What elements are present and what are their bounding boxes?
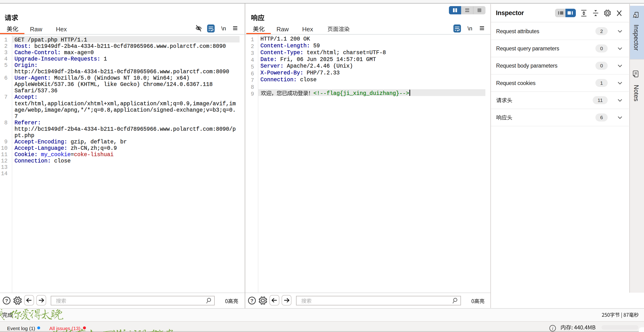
svg-text:All issues (13): All issues (13)	[49, 326, 80, 331]
svg-text:11: 11	[598, 98, 603, 103]
svg-text:text/html,application/xhtml+xm: text/html,application/xhtml+xml,applicat…	[15, 101, 236, 107]
svg-text:6: 6	[4, 75, 8, 81]
svg-text:1: 1	[600, 80, 603, 86]
svg-text:14: 14	[1, 171, 8, 177]
svg-text:0: 0	[600, 63, 603, 68]
svg-text:1: 1	[251, 37, 254, 43]
svg-text:3: 3	[251, 50, 254, 56]
svg-text:http://bc1949df-2b4a-4334-b211: http://bc1949df-2b4a-4334-b211-0cfd78965…	[15, 126, 236, 132]
svg-text:Hex: Hex	[302, 26, 313, 33]
svg-text:HTTP/1.1 200 OK: HTTP/1.1 200 OK	[260, 36, 310, 42]
svg-text:7: 7	[15, 114, 18, 120]
svg-text:Content-Length: 59: Content-Length: 59	[260, 43, 320, 49]
svg-text:Raw: Raw	[276, 26, 289, 33]
svg-text:6: 6	[251, 71, 254, 77]
svg-text:Request body parameters: Request body parameters	[496, 63, 558, 69]
svg-text:13: 13	[1, 164, 8, 170]
svg-text:Notes: Notes	[633, 85, 640, 102]
svg-text:X-Powered-By: PHP/7.2.33: X-Powered-By: PHP/7.2.33	[260, 70, 340, 76]
svg-text:1: 1	[4, 37, 8, 43]
svg-text:pt.php: pt.php	[15, 133, 34, 139]
svg-text:Host: bc1949df-2b4a-4334-b211-: Host: bc1949df-2b4a-4334-b211-0cfd789659…	[15, 43, 226, 49]
svg-text:Server: Apache/2.4.46 (Unix): Server: Apache/2.4.46 (Unix)	[260, 63, 353, 69]
svg-text:?: ?	[250, 298, 254, 303]
svg-text:Hex: Hex	[56, 26, 67, 33]
svg-text:Request attributes: Request attributes	[496, 28, 539, 34]
svg-text:?: ?	[5, 298, 8, 303]
svg-text:Connection: close: Connection: close	[15, 158, 71, 164]
svg-text:Cache-Control: max-age=0: Cache-Control: max-age=0	[15, 50, 94, 56]
svg-text:Cookie: my_cookie=coke-lishuai: Cookie: my_cookie=coke-lishuai	[15, 152, 114, 158]
svg-text:4: 4	[251, 57, 254, 63]
svg-text:7: 7	[4, 94, 8, 100]
svg-text:9: 9	[4, 139, 8, 145]
svg-text:Request cookies: Request cookies	[496, 80, 536, 86]
svg-text:Inspector: Inspector	[496, 9, 524, 16]
svg-text:4: 4	[4, 56, 8, 62]
svg-text:3: 3	[4, 50, 8, 56]
svg-text:Upgrade-Insecure-Requests: 1: Upgrade-Insecure-Requests: 1	[15, 56, 107, 62]
svg-text:\n: \n	[221, 25, 226, 31]
svg-text:Safari/537.36: Safari/537.36	[15, 88, 58, 94]
svg-text:GET /ppat.php HTTP/1.1: GET /ppat.php HTTP/1.1	[15, 37, 87, 43]
svg-text:AppleWebKit/537.36 (KHTML, lik: AppleWebKit/537.36 (KHTML, like Gecko) C…	[15, 81, 213, 88]
svg-text:7: 7	[251, 77, 254, 84]
svg-text:2: 2	[4, 43, 8, 49]
svg-text:User-Agent: Mozilla/5.0 (Windo: User-Agent: Mozilla/5.0 (Windows NT 10.0…	[15, 75, 190, 81]
svg-text:i: i	[552, 326, 553, 331]
svg-text:Origin:: Origin:	[15, 62, 38, 68]
svg-text:Date: Fri, 06 Jun 2025 14:57:0: Date: Fri, 06 Jun 2025 14:57:01 GMT	[260, 56, 376, 63]
svg-text:<!--flag{ji_xing_duizhang}-->: <!--flag{ji_xing_duizhang}-->	[314, 90, 409, 97]
svg-text:Connection: close: Connection: close	[260, 77, 316, 83]
svg-text:Accept-Language: zh-CN,zh;q=0.: Accept-Language: zh-CN,zh;q=0.9	[15, 145, 117, 152]
svg-text:0: 0	[600, 46, 603, 51]
svg-text:5: 5	[4, 62, 8, 68]
svg-text:9: 9	[251, 91, 254, 97]
svg-text:6: 6	[600, 115, 603, 120]
svg-text:Accept:: Accept:	[15, 94, 38, 100]
svg-text:12: 12	[1, 158, 8, 164]
svg-text:http://bc1949df-2b4a-4334-b211: http://bc1949df-2b4a-4334-b211-0cfd78965…	[15, 69, 229, 75]
svg-text:Request query parameters: Request query parameters	[496, 45, 559, 52]
svg-text:8: 8	[4, 120, 8, 126]
svg-text:8: 8	[251, 84, 254, 90]
svg-text:Accept-Encoding: gzip, deflate: Accept-Encoding: gzip, deflate, br	[15, 139, 127, 145]
svg-text:2: 2	[251, 44, 254, 50]
svg-text:5: 5	[251, 64, 254, 70]
svg-text:11: 11	[1, 152, 8, 158]
svg-text:Content-Type: text/html; chars: Content-Type: text/html; charset=UTF-8	[260, 50, 386, 56]
svg-text:2: 2	[600, 28, 603, 34]
svg-text:10: 10	[1, 145, 8, 152]
svg-text:age/webp,image/apng,*/*;q=0.8,: age/webp,image/apng,*/*;q=0.8,applicatio…	[15, 107, 236, 113]
svg-text:Inspector: Inspector	[633, 24, 640, 51]
svg-text:Referer:: Referer:	[15, 120, 41, 126]
svg-text:Event log (1): Event log (1)	[7, 326, 35, 331]
svg-text:Raw: Raw	[30, 26, 42, 33]
svg-text:\n: \n	[468, 25, 472, 31]
